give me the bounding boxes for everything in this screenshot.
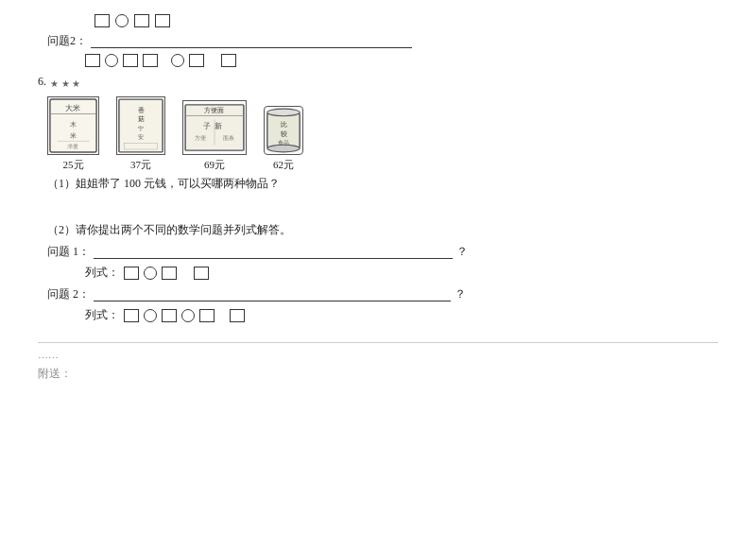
svg-text:净重: 净重 xyxy=(67,144,78,149)
svg-text:食品: 食品 xyxy=(278,140,289,146)
question2-line: 问题2： xyxy=(47,33,718,49)
svg-text:新: 新 xyxy=(215,122,222,130)
mushroom-image: 香 菇 宁 安 xyxy=(116,96,165,155)
shape-box-r2-2 xyxy=(123,54,138,67)
problem1-label: 问题 1： xyxy=(47,244,90,260)
ls1-box1 xyxy=(124,267,139,280)
shape-box-r2-4 xyxy=(189,54,204,67)
svg-text:安: 安 xyxy=(138,133,144,140)
shape-circle-r2-1 xyxy=(105,54,118,67)
ls2-circle2 xyxy=(181,309,195,322)
svg-text:面条: 面条 xyxy=(223,135,234,141)
svg-text:方便: 方便 xyxy=(195,134,206,141)
svg-text:米: 米 xyxy=(70,132,77,139)
svg-text:较: 较 xyxy=(281,130,287,138)
rice-price: 25元 xyxy=(63,158,84,172)
problem2-line: 问题 2： ？ xyxy=(47,286,718,302)
shape-box-2 xyxy=(134,14,149,27)
top-shapes-row2 xyxy=(85,54,718,67)
svg-text:子: 子 xyxy=(203,122,211,130)
ls2-circle1 xyxy=(144,309,157,322)
shape-circle-r2-2 xyxy=(171,54,184,67)
section-6: 6. ★ ★ ★ 大米 木 米 净重 25元 xyxy=(38,75,718,323)
svg-text:木: 木 xyxy=(70,121,77,128)
svg-text:菇: 菇 xyxy=(138,115,145,122)
ls2-box1 xyxy=(124,309,139,322)
problem2-label: 问题 2： xyxy=(47,286,90,302)
noodle-price: 69元 xyxy=(204,158,225,172)
ls1-box2 xyxy=(162,267,177,280)
difficulty-stars: ★ ★ ★ xyxy=(50,78,80,89)
ls2-box4 xyxy=(230,309,245,322)
attach-label: 附送： xyxy=(38,366,718,382)
ls2-box3 xyxy=(199,309,215,322)
shape-box-r2-3 xyxy=(143,54,158,67)
footer-dots: …… xyxy=(38,349,718,360)
mushroom-price: 37元 xyxy=(130,158,151,172)
q1-answer-blank xyxy=(38,198,718,218)
footer: …… 附送： xyxy=(38,342,718,382)
item-rice: 大米 木 米 净重 25元 xyxy=(47,96,99,172)
item-can: 比 较 食品 62元 xyxy=(264,106,303,172)
shape-circle-1 xyxy=(115,14,129,27)
item-noodle: 方便面 子 新 方便 面条 69元 xyxy=(182,100,247,172)
svg-point-23 xyxy=(267,145,300,152)
problem1-qmark: ？ xyxy=(456,244,468,260)
q2-intro: （2）请你提出两个不同的数学问题并列式解答。 xyxy=(47,222,718,238)
svg-text:香: 香 xyxy=(138,107,145,113)
svg-text:比: 比 xyxy=(281,121,287,128)
lieishi1-row: 列式： xyxy=(85,265,718,281)
question2-label: 问题2： xyxy=(47,33,87,49)
lieishi2-label: 列式： xyxy=(85,307,119,323)
ls2-box2 xyxy=(162,309,177,322)
top-shapes-row1 xyxy=(94,14,718,27)
noodle-image: 方便面 子 新 方便 面条 xyxy=(182,100,247,155)
svg-text:大米: 大米 xyxy=(65,104,80,112)
svg-text:方便面: 方便面 xyxy=(205,107,225,113)
rice-image: 大米 木 米 净重 xyxy=(47,96,99,155)
problem2-answer-line xyxy=(94,288,451,301)
lieishi1-label: 列式： xyxy=(85,265,119,281)
question2-answer-line xyxy=(91,35,412,48)
problem1-line: 问题 1： ？ xyxy=(47,244,718,260)
svg-point-22 xyxy=(267,109,300,116)
can-image: 比 较 食品 xyxy=(264,106,303,155)
lieishi2-row: 列式： xyxy=(85,307,718,323)
section-number: 6. xyxy=(38,75,46,89)
shape-box-1 xyxy=(94,14,110,27)
shape-box-r2-1 xyxy=(85,54,100,67)
svg-text:宁: 宁 xyxy=(138,125,144,131)
ls1-circle1 xyxy=(144,267,157,280)
problem1-answer-line xyxy=(94,246,453,259)
products-row: 大米 木 米 净重 25元 香 菇 宁 xyxy=(47,96,718,172)
page-content: 问题2： 6. ★ ★ ★ 大米 xyxy=(38,9,718,382)
shape-box-3 xyxy=(155,14,170,27)
ls1-box3 xyxy=(194,267,209,280)
problem2-qmark: ？ xyxy=(455,286,466,302)
q1-text: （1）姐姐带了 100 元钱，可以买哪两种物品？ xyxy=(47,176,718,192)
shape-box-r2-5 xyxy=(221,54,236,67)
can-price: 62元 xyxy=(273,158,294,172)
item-mushroom: 香 菇 宁 安 37元 xyxy=(116,96,165,172)
